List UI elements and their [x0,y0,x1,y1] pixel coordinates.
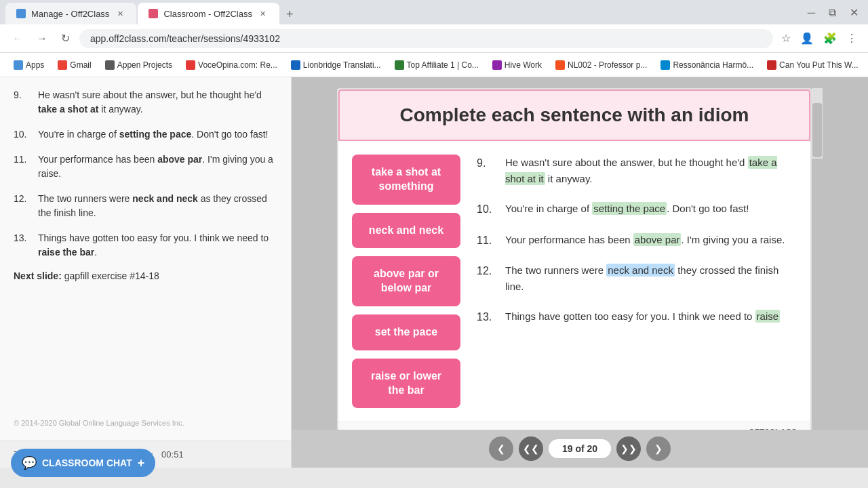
sentences-list: 9. He wasn't sure about the answer, but … [477,155,797,408]
bookmark-star-button[interactable]: ☆ [778,29,793,47]
new-tab-button[interactable]: + [281,5,299,24]
prev-single-button[interactable]: ❮ [489,436,513,461]
sentence-text-10: You're in charge of setting the pace. Do… [505,201,797,218]
chat-add-icon: + [138,456,145,470]
tab-favicon-manage [16,9,26,18]
bookmark-nl002[interactable]: NL002 - Professor p... [550,58,652,73]
off2class-logo: OFF2CLASS [749,428,797,430]
tab-bar: Manage - Off2Class ✕ Classroom - Off2Cla… [0,0,868,24]
bottom-navigation: ❮ ❮❮ 19 of 20 ❯❯ ❯ [292,430,868,468]
bookmark-affiliate[interactable]: Top Affiliate 1 | Co... [389,58,484,73]
next-slide-info: Next slide: gapfill exercise #14-18 [14,270,277,281]
list-item: 10. You're in charge of setting the pace… [14,127,277,142]
close-window-button[interactable]: ✕ [846,3,863,22]
profile-button[interactable]: 👤 [797,29,816,47]
bold-phrase: take a shot at [38,104,98,115]
next-single-button[interactable]: ❯ [646,436,671,461]
main-content: 9. He wasn't sure about the answer, but … [0,77,868,468]
left-panel: 9. He wasn't sure about the answer, but … [0,77,292,468]
restore-button[interactable]: ⧉ [825,4,840,22]
sentence-item-9: 9. He wasn't sure about the answer, but … [477,155,797,187]
bookmark-voceopina[interactable]: VoceOpina.com: Re... [180,58,283,73]
bookmark-appen[interactable]: Appen Projects [100,58,178,73]
idiom-button-set-pace[interactable]: set the pace [352,314,460,350]
sentence-highlight-11: above par [633,233,682,246]
bookmark-nl002-label: NL002 - Professor p... [568,60,647,70]
question-text: You're in charge of setting the pace. Do… [38,127,277,142]
list-item: 11. Your performance has been above par.… [14,152,277,181]
tab-favicon-classroom [149,9,158,18]
bookmarks-bar: Apps Gmail Appen Projects VoceOpina.com:… [0,53,868,77]
extensions-button[interactable]: 🧩 [821,29,840,47]
sentence-highlight-9: take a shot at it [505,156,777,185]
bookmark-appen-icon [105,60,115,70]
sentence-num-12: 12. [477,262,497,295]
slide-copyright: © 2014-2020 Global Online Language Servi… [352,428,523,430]
back-button[interactable]: ← [8,30,27,47]
sentence-item-11: 11. Your performance has been above par.… [477,232,797,249]
slide-card: Complete each sentence with an idiom tak… [337,88,812,430]
tab-manage-label: Manage - Off2Class [31,9,109,19]
prev-double-button[interactable]: ❮❮ [519,436,543,461]
next-slide-label: Next slide: [14,270,62,281]
bookmark-voceopina-icon [186,60,195,70]
idiom-button-neck-neck[interactable]: neck and neck [352,213,460,249]
tab-manage[interactable]: Manage - Off2Class ✕ [5,3,136,24]
sentence-num-9: 9. [477,155,497,187]
question-number: 11. [14,152,30,181]
nav-bar: ← → ↻ ☆ 👤 🧩 ⋮ [0,24,868,53]
sentence-highlight-10: setting the pace [592,202,667,215]
forward-button[interactable]: → [33,30,52,47]
bookmark-lionbridge-icon [291,60,300,70]
bold-phrase: raise the bar [38,247,94,258]
scrollbar[interactable] [812,88,823,159]
bookmark-hive-label: Hive Work [505,60,542,70]
slide-footer: © 2014-2020 Global Online Language Servi… [338,422,810,430]
bookmark-gmail[interactable]: Gmail [52,58,96,73]
question-text: The two runners were neck and neck as th… [38,192,277,220]
slide-title: Complete each sentence with an idiom [353,104,795,126]
idiom-button-take-shot[interactable]: take a shot at something [352,155,460,205]
tab-manage-close[interactable]: ✕ [115,8,125,19]
sentence-num-10: 10. [477,201,497,218]
slide-header: Complete each sentence with an idiom [338,89,810,141]
bold-phrase: neck and neck [132,193,198,204]
page-indicator: 19 of 20 [549,439,611,458]
sentence-highlight-12: neck and neck [606,264,675,277]
bookmark-apps-icon [14,60,23,70]
chat-icon: 💬 [22,455,37,470]
list-item: 13. Things have gotten too easy for you.… [14,231,277,260]
tab-classroom[interactable]: Classroom - Off2Class ✕ [138,3,279,24]
bookmark-affiliate-icon [395,60,404,70]
copyright-left: © 2014-2020 Global Online Language Servi… [14,419,184,427]
refresh-button[interactable]: ↻ [57,29,74,47]
question-number: 9. [14,88,30,117]
sentence-text-13: Things have gotten too easy for you. I t… [505,308,797,326]
tab-classroom-close[interactable]: ✕ [258,8,269,19]
current-slide-value: 00:51 [161,449,184,460]
next-double-button[interactable]: ❯❯ [616,436,641,461]
bookmark-lionbridge[interactable]: Lionbridge Translati... [285,58,387,73]
sentence-item-13: 13. Things have gotten too easy for you.… [477,308,797,326]
question-number: 12. [14,192,30,220]
menu-button[interactable]: ⋮ [844,29,860,47]
question-text: He wasn't sure about the answer, but he … [38,88,277,117]
bookmark-ressonancia-label: Ressonância Harmô... [673,60,753,70]
bookmark-apps[interactable]: Apps [8,58,50,73]
sentence-highlight-13: raise [755,310,781,323]
minimize-button[interactable]: ─ [804,4,819,22]
question-number: 13. [14,231,30,260]
sentence-text-9: He wasn't sure about the answer, but he … [505,155,797,187]
idiom-button-raise-lower-bar[interactable]: raise or lower the bar [352,359,460,409]
bold-phrase: above par [157,154,202,165]
idiom-button-above-below-par[interactable]: above par or below par [352,256,460,306]
scrollbar-thumb[interactable] [812,103,822,157]
sentence-num-11: 11. [477,232,497,249]
bookmark-ressonancia[interactable]: Ressonância Harmô... [655,58,759,73]
question-number: 10. [14,127,30,142]
address-bar[interactable] [79,29,773,48]
bookmark-youtube[interactable]: Can You Put This W... [762,58,864,73]
bookmark-voceopina-label: VoceOpina.com: Re... [198,60,277,70]
bookmark-hive[interactable]: Hive Work [487,58,547,73]
classroom-chat-button[interactable]: 💬 CLASSROOM CHAT + [11,449,155,477]
